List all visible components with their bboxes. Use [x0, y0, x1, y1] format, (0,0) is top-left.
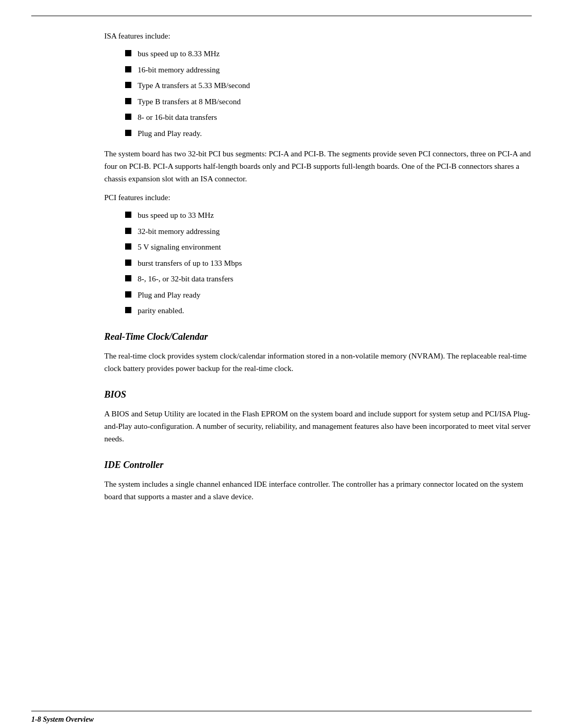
list-item-text: Plug and Play ready — [138, 289, 200, 301]
bullet-icon — [125, 243, 131, 250]
list-item-text: 16-bit memory addressing — [138, 64, 219, 76]
ide-heading: IDE Controller — [104, 460, 532, 471]
list-item: 5 V signaling environment — [125, 241, 532, 253]
bullet-icon — [125, 114, 131, 120]
isa-intro: ISA features include: — [104, 32, 532, 41]
footer-label: 1-8 System Overview — [31, 715, 94, 724]
isa-bullet-list: bus speed up to 8.33 MHz 16-bit memory a… — [125, 48, 532, 139]
main-content: ISA features include: bus speed up to 8.… — [0, 16, 563, 711]
list-item: 8-, 16-, or 32-bit data transfers — [125, 273, 532, 285]
bullet-icon — [125, 275, 131, 281]
list-item-text: 8-, 16-, or 32-bit data transfers — [138, 273, 234, 285]
ide-paragraph: The system includes a single channel enh… — [104, 478, 532, 503]
bullet-icon — [125, 98, 131, 104]
list-item: bus speed up to 8.33 MHz — [125, 48, 532, 60]
pci-bullet-list: bus speed up to 33 MHz 32-bit memory add… — [125, 209, 532, 317]
bullet-icon — [125, 212, 131, 218]
bullet-icon — [125, 130, 131, 136]
list-item: Plug and Play ready — [125, 289, 532, 301]
bullet-icon — [125, 50, 131, 56]
pci-intro-paragraph: The system board has two 32-bit PCI bus … — [104, 147, 532, 185]
list-item: 16-bit memory addressing — [125, 64, 532, 76]
list-item: burst transfers of up to 133 Mbps — [125, 257, 532, 269]
page: ISA features include: bus speed up to 8.… — [0, 0, 563, 728]
footer: 1-8 System Overview — [0, 711, 563, 728]
bios-paragraph: A BIOS and Setup Utility are located in … — [104, 408, 532, 445]
list-item: bus speed up to 33 MHz — [125, 209, 532, 221]
rtc-paragraph: The real-time clock provides system cloc… — [104, 350, 532, 375]
bullet-icon — [125, 66, 131, 72]
bullet-icon — [125, 307, 131, 313]
list-item-text: burst transfers of up to 133 Mbps — [138, 257, 242, 269]
bullet-icon — [125, 228, 131, 234]
list-item-text: parity enabled. — [138, 305, 184, 317]
list-item-text: Type A transfers at 5.33 MB/second — [138, 80, 250, 92]
list-item: 32-bit memory addressing — [125, 226, 532, 238]
list-item-text: 8- or 16-bit data transfers — [138, 112, 217, 124]
bullet-icon — [125, 82, 131, 88]
bios-heading: BIOS — [104, 389, 532, 400]
list-item: Type B transfers at 8 MB/second — [125, 96, 532, 108]
list-item: Plug and Play ready. — [125, 128, 532, 140]
list-item-text: 5 V signaling environment — [138, 241, 221, 253]
list-item-text: Plug and Play ready. — [138, 128, 202, 140]
bullet-icon — [125, 260, 131, 266]
list-item-text: bus speed up to 8.33 MHz — [138, 48, 220, 60]
list-item: parity enabled. — [125, 305, 532, 317]
rtc-heading: Real-Time Clock/Calendar — [104, 331, 532, 342]
list-item-text: 32-bit memory addressing — [138, 226, 219, 238]
list-item-text: bus speed up to 33 MHz — [138, 209, 214, 221]
list-item: Type A transfers at 5.33 MB/second — [125, 80, 532, 92]
list-item-text: Type B transfers at 8 MB/second — [138, 96, 241, 108]
pci-intro: PCI features include: — [104, 193, 532, 202]
bullet-icon — [125, 291, 131, 298]
list-item: 8- or 16-bit data transfers — [125, 112, 532, 124]
